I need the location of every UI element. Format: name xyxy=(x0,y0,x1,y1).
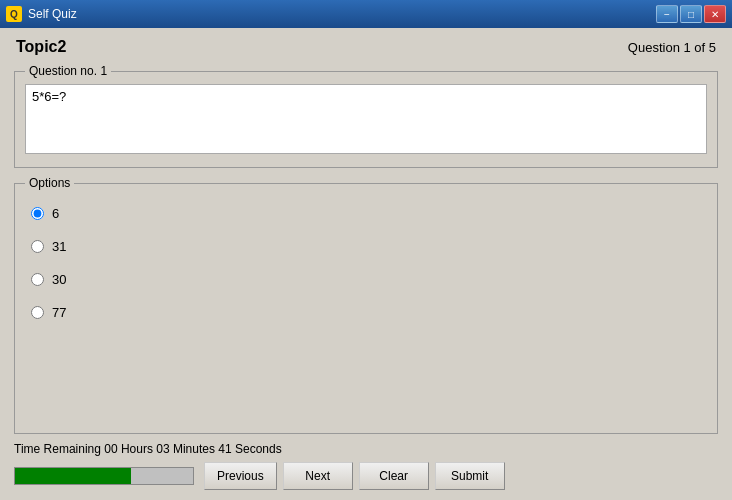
time-label: Time Remaining 00 Hours 03 Minutes 41 Se… xyxy=(14,442,282,456)
question-counter: Question 1 of 5 xyxy=(628,40,716,55)
progress-bar xyxy=(15,468,131,484)
title-bar-title: Self Quiz xyxy=(28,7,77,21)
next-button[interactable]: Next xyxy=(283,462,353,490)
option-radio-1[interactable] xyxy=(31,207,44,220)
option-radio-2[interactable] xyxy=(31,240,44,253)
option-row-3: 30 xyxy=(25,262,707,295)
question-fieldset: Question no. 1 xyxy=(14,64,718,168)
window-body: Topic2 Question 1 of 5 Question no. 1 Op… xyxy=(0,28,732,500)
option-radio-3[interactable] xyxy=(31,273,44,286)
option-radio-4[interactable] xyxy=(31,306,44,319)
maximize-button[interactable]: □ xyxy=(680,5,702,23)
option-row-1: 6 xyxy=(25,196,707,229)
close-button[interactable]: ✕ xyxy=(704,5,726,23)
question-textarea xyxy=(25,84,707,154)
app-icon: Q xyxy=(6,6,22,22)
time-remaining-row: Time Remaining 00 Hours 03 Minutes 41 Se… xyxy=(14,442,718,456)
options-fieldset: Options 6 31 30 77 xyxy=(14,176,718,434)
progress-container xyxy=(14,467,194,485)
question-legend: Question no. 1 xyxy=(25,64,111,78)
option-label-2: 31 xyxy=(52,239,66,254)
option-label-1: 6 xyxy=(52,206,59,221)
previous-button[interactable]: Previous xyxy=(204,462,277,490)
clear-button[interactable]: Clear xyxy=(359,462,429,490)
footer: Time Remaining 00 Hours 03 Minutes 41 Se… xyxy=(14,442,718,490)
submit-button[interactable]: Submit xyxy=(435,462,505,490)
option-label-3: 30 xyxy=(52,272,66,287)
option-label-4: 77 xyxy=(52,305,66,320)
buttons-row: Previous Next Clear Submit xyxy=(204,462,505,490)
header-row: Topic2 Question 1 of 5 xyxy=(14,38,718,56)
minimize-button[interactable]: − xyxy=(656,5,678,23)
topic-title: Topic2 xyxy=(16,38,66,56)
title-bar-left: Q Self Quiz xyxy=(6,6,77,22)
option-row-4: 77 xyxy=(25,295,707,328)
option-row-2: 31 xyxy=(25,229,707,262)
title-bar-controls: − □ ✕ xyxy=(656,5,726,23)
options-legend: Options xyxy=(25,176,74,190)
title-bar: Q Self Quiz − □ ✕ xyxy=(0,0,732,28)
